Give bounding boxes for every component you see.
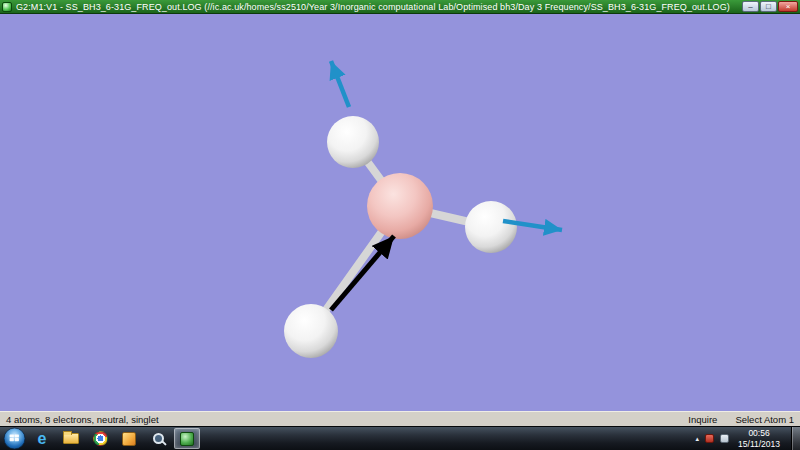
atom-group bbox=[284, 116, 517, 358]
window-controls: – □ × bbox=[742, 1, 798, 12]
taskbar-item-windows-explorer[interactable] bbox=[58, 428, 84, 449]
displacement-arrow-top-icon bbox=[331, 61, 349, 107]
desktop-screen: G2:M1:V1 - SS_BH3_6-31G_FREQ_out.LOG (//… bbox=[0, 0, 800, 450]
atom-hydrogen-bottom[interactable] bbox=[284, 304, 338, 358]
vector-group bbox=[331, 61, 562, 310]
gaussview-app-icon bbox=[2, 2, 12, 12]
taskbar-item-magnifier[interactable] bbox=[145, 428, 171, 449]
chrome-icon bbox=[93, 431, 108, 446]
magnifier-icon bbox=[153, 433, 164, 444]
status-right: Inquire Select Atom 1 bbox=[688, 414, 794, 425]
status-summary: 4 atoms, 8 electrons, neutral, singlet bbox=[6, 414, 159, 425]
minimize-button[interactable]: – bbox=[742, 1, 759, 12]
molecule-canvas[interactable] bbox=[0, 14, 800, 411]
taskbar: e ▴ 00:56 15/11/2013 bbox=[0, 426, 800, 450]
pointer-arrow-icon bbox=[331, 236, 394, 310]
media-app-icon bbox=[122, 432, 136, 446]
folder-icon bbox=[63, 433, 79, 444]
clock-time: 00:56 bbox=[748, 428, 769, 438]
taskbar-item-gaussview[interactable] bbox=[174, 428, 200, 449]
system-tray: ▴ 00:56 15/11/2013 bbox=[696, 427, 800, 450]
taskbar-item-internet-explorer[interactable]: e bbox=[29, 428, 55, 449]
show-desktop-button[interactable] bbox=[791, 427, 800, 450]
taskbar-item-chrome[interactable] bbox=[87, 428, 113, 449]
start-button[interactable] bbox=[3, 427, 26, 450]
status-hint: Select Atom 1 bbox=[735, 414, 794, 425]
window-titlebar[interactable]: G2:M1:V1 - SS_BH3_6-31G_FREQ_out.LOG (//… bbox=[0, 0, 800, 14]
tray-network-icon[interactable] bbox=[720, 434, 729, 443]
atom-hydrogen-top[interactable] bbox=[327, 116, 379, 168]
atom-boron[interactable] bbox=[367, 173, 433, 239]
maximize-button[interactable]: □ bbox=[760, 1, 777, 12]
internet-explorer-icon: e bbox=[38, 431, 47, 447]
close-button[interactable]: × bbox=[778, 1, 798, 12]
taskbar-item-media-app[interactable] bbox=[116, 428, 142, 449]
molecule-viewport[interactable] bbox=[0, 14, 800, 411]
gaussview-taskbar-icon bbox=[180, 432, 194, 446]
taskbar-clock[interactable]: 00:56 15/11/2013 bbox=[735, 428, 783, 448]
clock-date: 15/11/2013 bbox=[738, 439, 780, 449]
window-title: G2:M1:V1 - SS_BH3_6-31G_FREQ_out.LOG (//… bbox=[16, 2, 738, 12]
status-mode: Inquire bbox=[688, 414, 717, 425]
status-bar: 4 atoms, 8 electrons, neutral, singlet I… bbox=[0, 411, 800, 426]
tray-app-icon[interactable] bbox=[705, 434, 714, 443]
hidden-icons-arrow-icon[interactable]: ▴ bbox=[696, 435, 700, 443]
start-orb-icon bbox=[4, 428, 25, 449]
atom-hydrogen-right[interactable] bbox=[465, 201, 517, 253]
